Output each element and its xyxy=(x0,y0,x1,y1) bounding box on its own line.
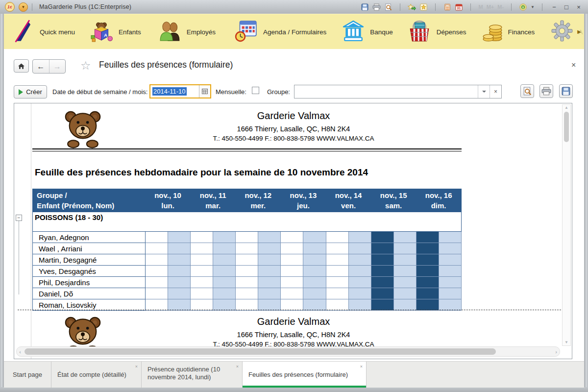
employes-people-icon xyxy=(159,21,181,43)
monthly-checkbox[interactable] xyxy=(252,87,259,94)
toolbar-item-banque[interactable]: Banque xyxy=(342,20,393,44)
tab-close-icon[interactable]: × xyxy=(360,364,363,369)
table-row: Phil, Desjardins xyxy=(33,277,462,288)
week-start-date-input[interactable]: 2014-11-10 xyxy=(149,84,211,98)
company-contact: T.: 450-550-4499 F.: 800-838-5798 WWW.VA… xyxy=(107,135,480,142)
table-row: Roman, Lisovskiy xyxy=(33,299,462,311)
attendance-cell xyxy=(191,243,213,254)
enfants-toybox-icon: A xyxy=(91,20,113,44)
attendance-cell xyxy=(168,243,191,254)
favorite-star-icon[interactable]: ☆ xyxy=(80,59,91,73)
child-name: Yves, Desgagnés xyxy=(33,266,146,277)
attendance-cell xyxy=(393,232,416,243)
vertical-scroll-thumb[interactable] xyxy=(564,112,569,142)
group-combobox[interactable]: × xyxy=(294,85,502,98)
divider xyxy=(400,3,400,11)
attendance-cell xyxy=(326,232,348,243)
date-picker-button[interactable] xyxy=(199,85,210,98)
group-row-label: POISSONS (18 - 30) xyxy=(33,212,462,232)
favorites-icon[interactable] xyxy=(419,3,428,11)
minimize-button[interactable]: − xyxy=(550,3,559,11)
print-button[interactable] xyxy=(539,84,553,98)
preview-button[interactable] xyxy=(520,84,534,98)
attendance-cell xyxy=(303,243,326,254)
report-document-area[interactable]: − Garderie Valmax 1666 Thierry, Lasalle,… xyxy=(14,103,572,359)
main-menu-button[interactable]: ▼ xyxy=(19,2,28,12)
attendance-cell xyxy=(191,277,213,288)
attendance-cell xyxy=(439,243,461,254)
add-favorite-icon[interactable] xyxy=(408,3,416,11)
day-header: nov., 13jeu. xyxy=(281,189,326,212)
attendance-cell xyxy=(258,254,281,266)
attendance-cell xyxy=(146,277,168,288)
horizontal-scrollbar[interactable]: ‹ › xyxy=(16,346,560,357)
chevron-down-icon[interactable]: ▼ xyxy=(531,5,535,9)
scroll-left-icon[interactable]: ‹ xyxy=(17,349,24,355)
maximize-button[interactable]: □ xyxy=(562,3,571,11)
collapse-group-button[interactable]: − xyxy=(16,215,22,221)
tab-close-icon[interactable]: × xyxy=(236,364,239,369)
group-dropdown-button[interactable] xyxy=(478,85,490,98)
attendance-cell xyxy=(326,299,348,311)
banque-bank-icon xyxy=(342,20,365,44)
toolbar-item-label: Enfants xyxy=(119,28,141,36)
divider xyxy=(511,3,512,11)
attendance-cell xyxy=(213,288,236,299)
child-name: Daniel, Dõ xyxy=(33,288,146,299)
toolbar-item-finances[interactable]: Finances xyxy=(482,20,535,44)
window-border-bottom xyxy=(0,387,588,392)
grouping-margin-divider xyxy=(31,103,31,359)
close-window-button[interactable]: × xyxy=(574,3,583,11)
attendance-cell xyxy=(146,232,168,243)
attendance-cell xyxy=(303,254,326,266)
save-button[interactable] xyxy=(559,84,573,98)
print-preview-icon xyxy=(523,87,532,96)
save-icon[interactable] xyxy=(361,3,369,11)
horizontal-scroll-thumb[interactable] xyxy=(24,348,496,355)
vertical-scrollbar[interactable]: ▲ ▼ xyxy=(562,104,571,346)
close-form-icon[interactable]: × xyxy=(571,61,576,70)
calculator-icon[interactable] xyxy=(443,3,451,11)
tab-bar: Start page État de compte (détaillé) × P… xyxy=(4,361,584,388)
attendance-cell xyxy=(326,288,348,299)
tab-presence-quotidienne[interactable]: Présence quotidienne (10 novembre 2014, … xyxy=(142,362,243,388)
scroll-up-icon[interactable]: ▲ xyxy=(564,105,568,111)
tab-close-icon[interactable]: × xyxy=(135,364,138,369)
toolbar-item-enfants[interactable]: A Enfants xyxy=(91,20,141,44)
attendance-cell xyxy=(213,232,236,243)
attendance-cell xyxy=(416,266,439,277)
attendance-cell xyxy=(416,299,439,311)
memory-m-button[interactable]: M xyxy=(478,4,483,10)
back-button[interactable]: ← xyxy=(33,60,49,73)
attendance-cell xyxy=(236,243,258,254)
toolbar-overflow-chevron-icon[interactable]: ▶ xyxy=(577,29,581,34)
attendance-cell xyxy=(258,299,281,311)
attendance-cell xyxy=(371,299,393,311)
home-button[interactable] xyxy=(14,59,29,73)
print-icon[interactable] xyxy=(372,3,381,11)
memory-mminus-button[interactable]: M- xyxy=(497,4,504,10)
info-icon[interactable]: i xyxy=(519,3,527,11)
calendar-icon[interactable]: 31 xyxy=(455,3,463,11)
toolbar-item-quick-menu[interactable]: Quick menu xyxy=(13,19,75,45)
attendance-cell xyxy=(439,232,461,243)
scroll-down-icon[interactable]: ▼ xyxy=(564,340,568,345)
header-rule xyxy=(32,148,462,151)
memory-mplus-button[interactable]: M+ xyxy=(487,4,494,10)
tab-start-page[interactable]: Start page xyxy=(4,362,51,388)
create-button[interactable]: Créer xyxy=(14,85,47,98)
toolbar-item-agenda[interactable]: Agenda / Formulaires xyxy=(234,20,326,44)
tab-feuilles-des-presences[interactable]: Feuilles des présences (formulaire) × xyxy=(243,362,367,388)
print-preview-icon[interactable] xyxy=(384,3,392,11)
toolbar-item-depenses[interactable]: Dépenses xyxy=(408,20,466,44)
attendance-cell xyxy=(416,254,439,266)
attendance-cell xyxy=(326,254,348,266)
toolbar-item-employes[interactable]: Employés xyxy=(159,21,216,43)
attendance-cell xyxy=(348,232,371,243)
attendance-cell xyxy=(439,288,461,299)
scroll-right-icon[interactable]: › xyxy=(553,349,560,355)
tab-etat-de-compte[interactable]: État de compte (détaillé) × xyxy=(51,362,142,388)
group-clear-button[interactable]: × xyxy=(490,85,501,98)
forward-button[interactable]: → xyxy=(49,60,66,73)
table-row: Wael , Arriani xyxy=(33,243,462,254)
